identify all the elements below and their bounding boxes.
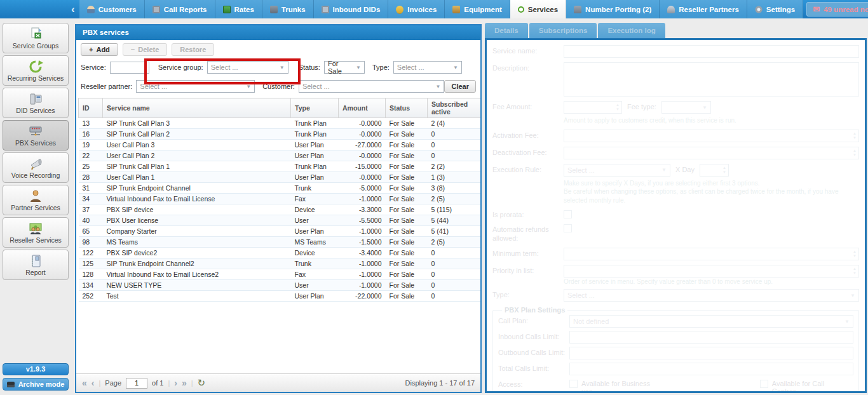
table-row[interactable]: 134 NEW USER TYPE User -1.0000 For Sale …: [79, 280, 482, 291]
outbound-calls-limit-input[interactable]: [569, 347, 853, 359]
tab-call-reports[interactable]: Call Reports: [145, 0, 215, 18]
table-row[interactable]: 37 PBX SIP device Device -3.3000 For Sal…: [79, 204, 482, 215]
total-calls-limit-input[interactable]: [569, 363, 853, 375]
pbx-services-icon: [27, 124, 44, 138]
fee-type-select[interactable]: ▼: [661, 101, 711, 114]
activation-fee-input[interactable]: ▲▼: [564, 130, 859, 142]
table-row[interactable]: 122 PBX SIP device2 Device -3.4000 For S…: [79, 248, 482, 258]
did-services-icon: [27, 92, 44, 106]
page-number-input[interactable]: [126, 378, 147, 389]
sidebar-item-partner-services[interactable]: Partner Services: [3, 185, 69, 215]
restore-button[interactable]: Restore: [172, 43, 214, 56]
status-select[interactable]: For Sale▼: [324, 61, 365, 74]
archive-mode-button[interactable]: Archive mode: [3, 378, 69, 391]
table-row[interactable]: 128 Virtual Inbound Fax to Email License…: [79, 269, 482, 280]
add-button[interactable]: +Add: [81, 43, 118, 56]
table-row[interactable]: 25 SIP Trunk Call Plan 1 Trunk Plan -15.…: [79, 161, 482, 172]
call-centres-checkbox[interactable]: [760, 380, 768, 388]
version-button[interactable]: v1.9.3: [3, 363, 69, 375]
tab-services[interactable]: Services: [510, 0, 566, 18]
table-row[interactable]: 252 Test User Plan -22.0000 For Sale 0: [79, 291, 482, 302]
tab-invoices[interactable]: Invoices: [388, 0, 445, 18]
reseller-partner-select[interactable]: Select ...▼: [136, 80, 255, 93]
table-row[interactable]: 22 User Call Plan 2 User Plan -0.0000 Fo…: [79, 151, 482, 161]
sidebar-item-label: Service Groups: [13, 42, 58, 50]
table-row[interactable]: 19 User Call Plan 3 User Plan -27.0000 F…: [79, 140, 482, 151]
spinner-icon[interactable]: ▲▼: [853, 131, 857, 140]
type-select[interactable]: Select ...▼: [564, 289, 859, 302]
sidebar-item-label: PBX Services: [15, 139, 56, 147]
business-use-checkbox[interactable]: [569, 380, 578, 388]
pbx-plan-settings-fieldset: PBX Plan Settings Call Plan:Not defined▼…: [492, 306, 859, 393]
sidebar-item-recurring-services[interactable]: Recurring Services: [3, 55, 69, 86]
table-row[interactable]: 125 SIP Trunk Endpoint Channel2 Trunk -1…: [79, 258, 482, 269]
tab-customers[interactable]: Customers: [79, 0, 145, 18]
sidebar-item-pbx-services[interactable]: PBX Services: [3, 120, 69, 151]
next-page-icon[interactable]: ›: [174, 378, 177, 387]
sidebar-item-reseller-services[interactable]: Reseller Services: [3, 217, 69, 248]
sidebar-item-service-groups[interactable]: Service Groups: [3, 23, 69, 53]
priority-input[interactable]: ▲▼: [564, 265, 859, 278]
type-select[interactable]: Select ...▼: [393, 61, 462, 74]
table-row[interactable]: 65 Company Starter User Plan -1.0000 For…: [79, 226, 482, 237]
spinner-icon[interactable]: ▲▼: [853, 250, 857, 258]
spinner-icon[interactable]: ▲▼: [616, 103, 620, 112]
column-header-service-name[interactable]: Service name: [103, 98, 291, 118]
tab-execution-log[interactable]: Execution log: [598, 23, 665, 38]
fee-type-label: Fee type:: [622, 101, 661, 110]
prev-page-icon[interactable]: ‹: [92, 378, 95, 387]
table-row[interactable]: 13 SIP Trunk Call Plan 3 Trunk Plan -0.0…: [79, 118, 482, 129]
tab-number-porting[interactable]: Number Porting (2): [566, 0, 660, 18]
tab-trunks[interactable]: Trunks: [262, 0, 314, 18]
auto-refunds-checkbox[interactable]: [564, 224, 572, 232]
minimum-term-input[interactable]: ▲▼: [564, 248, 859, 260]
tab-reseller-partners[interactable]: Reseller Partners: [660, 0, 747, 18]
tab-inbound-dids[interactable]: Inbound DIDs: [314, 0, 389, 18]
deactivation-fee-input[interactable]: ▲▼: [564, 147, 859, 159]
cell-subscribed-active: 0: [428, 151, 482, 161]
service-name-input[interactable]: [564, 45, 859, 58]
last-page-icon[interactable]: »: [182, 378, 187, 387]
table-row[interactable]: 40 PBX User license User -5.5000 For Sal…: [79, 215, 482, 226]
first-page-icon[interactable]: «: [82, 378, 87, 387]
column-header-subscribed-active[interactable]: Subscribed active: [428, 98, 482, 118]
table-row[interactable]: 31 SIP Trunk Endpoint Channel Trunk -5.0…: [79, 183, 482, 194]
fee-amount-input[interactable]: ▲▼: [564, 101, 622, 114]
customer-select[interactable]: Select ...▼: [299, 80, 445, 93]
sidebar-item-voice-recording[interactable]: Voice Recording: [3, 152, 69, 183]
table-row[interactable]: 98 MS Teams MS Teams -1.5000 For Sale 2 …: [79, 237, 482, 248]
tab-settings[interactable]: Settings: [747, 0, 803, 18]
spinner-icon[interactable]: ▲▼: [853, 267, 857, 276]
tab-equipment[interactable]: Equipment: [445, 0, 510, 18]
x-day-input[interactable]: ▲▼: [700, 164, 729, 177]
tab-details[interactable]: Details: [485, 23, 528, 38]
table-row[interactable]: 16 SIP Trunk Call Plan 2 Trunk Plan -0.0…: [79, 129, 482, 140]
inbound-calls-limit-input[interactable]: [569, 331, 853, 344]
nav-scroll-left-icon[interactable]: ‹: [67, 0, 79, 18]
service-filter-input[interactable]: [110, 62, 149, 74]
call-plan-select[interactable]: Not defined▼: [569, 315, 853, 328]
notifications-button[interactable]: ✉49 unread notifications: [806, 2, 868, 17]
column-header-type[interactable]: Type: [291, 98, 339, 118]
tab-rates[interactable]: Rates: [215, 0, 262, 18]
spinner-icon[interactable]: ▲▼: [853, 149, 857, 157]
minus-icon: −: [131, 46, 135, 53]
table-row[interactable]: 34 Virtual Inbound Fax to Email License …: [79, 194, 482, 204]
add-label: Add: [96, 46, 109, 53]
sidebar-item-did-services[interactable]: DID Services: [3, 88, 69, 118]
cell-type: User Plan: [291, 291, 339, 302]
tab-subscriptions[interactable]: Subscriptions: [529, 23, 597, 38]
column-header-status[interactable]: Status: [386, 98, 428, 118]
column-header-id[interactable]: ID: [79, 98, 103, 118]
service-group-select[interactable]: Select ...▼: [207, 61, 288, 74]
refresh-icon[interactable]: ↻: [198, 377, 206, 389]
spinner-icon[interactable]: ▲▼: [722, 166, 726, 175]
description-textarea[interactable]: [564, 62, 859, 97]
sidebar-item-report[interactable]: Report: [3, 250, 69, 280]
clear-filters-button[interactable]: Clear: [444, 80, 476, 93]
is-prorata-checkbox[interactable]: [564, 210, 572, 218]
column-header-amount[interactable]: Amount: [339, 98, 386, 118]
delete-button[interactable]: −Delete: [123, 43, 167, 56]
execution-rule-select[interactable]: Select ...▼: [564, 164, 670, 177]
table-row[interactable]: 28 User Call Plan 1 User Plan -0.0000 Fo…: [79, 172, 482, 183]
